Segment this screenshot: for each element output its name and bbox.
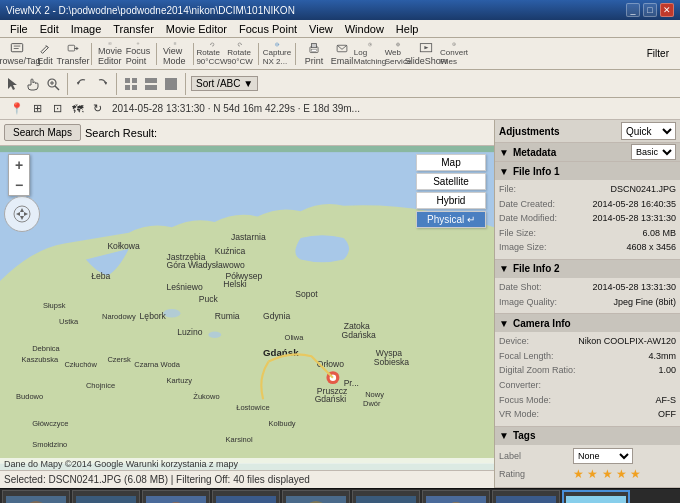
thumb-item-0237[interactable]: DSCN0237.JPG (282, 490, 350, 503)
map-type-hybrid-button[interactable]: Hybrid (416, 192, 486, 209)
camera-info-header[interactable]: ▼ Camera Info (495, 314, 680, 332)
metadata-section: ▼ Metadata Basic All (495, 143, 680, 162)
menu-edit[interactable]: Edit (34, 20, 65, 37)
svg-text:Luzino: Luzino (177, 327, 203, 337)
tool-pointer[interactable] (4, 75, 22, 93)
focus-point-button[interactable]: Focus Point (125, 41, 151, 67)
convert-files-button[interactable]: Convert Files (441, 41, 467, 67)
email-button[interactable]: Email (329, 41, 355, 67)
thumb-item-0240[interactable]: DSCN0240.JPG (492, 490, 560, 503)
right-panel-scroll[interactable]: ▼ Metadata Basic All ▼ File Info 1 (495, 143, 680, 488)
log-matching-button[interactable]: Log Matching (357, 41, 383, 67)
menu-transfer[interactable]: Transfer (107, 20, 160, 37)
map-pin-icon[interactable]: 📍 (8, 100, 26, 118)
svg-text:Kaszubska: Kaszubska (21, 355, 59, 364)
refresh-icon[interactable]: ↻ (88, 100, 106, 118)
edit-button[interactable]: Edit (32, 41, 58, 67)
sort-label[interactable]: Sort /ABC ▼ (191, 76, 258, 91)
svg-text:Góra: Góra (166, 260, 185, 270)
print-button[interactable]: Print (301, 41, 327, 67)
device-row: Device: Nikon COOLPIX-AW120 (499, 335, 676, 348)
close-button[interactable]: ✕ (660, 3, 674, 17)
capture-nx2-button[interactable]: NX Capture NX 2... (264, 41, 290, 67)
menu-view[interactable]: View (303, 20, 339, 37)
device-label: Device: (499, 335, 569, 348)
search-maps-button[interactable]: Search Maps (4, 124, 81, 141)
tool-hand[interactable] (24, 75, 42, 93)
svg-rect-41 (145, 85, 157, 90)
zoom-in-button[interactable]: + (9, 155, 29, 175)
filter-button[interactable]: Filter (640, 41, 676, 67)
svg-marker-94 (20, 208, 24, 212)
tool-rotate-left[interactable] (73, 75, 91, 93)
view-mode-button[interactable]: View Mode (162, 41, 188, 67)
svg-text:Kolbudy: Kolbudy (268, 419, 295, 428)
file-size-row: File Size: 6.08 MB (499, 227, 676, 240)
adjustments-mode-select[interactable]: Quick Auto Manual (621, 122, 676, 140)
date-modified-row: Date Modified: 2014-05-28 13:31:30 (499, 212, 676, 225)
map-nav-control[interactable] (4, 196, 40, 232)
label-select[interactable]: None Red Yellow Green (573, 448, 633, 464)
thumb-item-0234[interactable]: DSCN0234.JPG (72, 490, 140, 503)
image-quality-value: Jpeg Fine (8bit) (569, 296, 676, 309)
tool-grid-small[interactable] (122, 75, 140, 93)
metadata-mode-select[interactable]: Basic All (631, 144, 676, 160)
thumb-item-0241[interactable]: DSCN0241.JPG (562, 490, 630, 503)
map-container[interactable]: Jastrzębia Góra Łeba Kołkowa Leśniewo Wł… (0, 146, 494, 470)
focal-length-value: 4.3mm (569, 350, 676, 363)
slideshow-button[interactable]: SlideShow (413, 41, 439, 67)
thumb-item-0235[interactable]: DSCN0235.JPG (142, 490, 210, 503)
separator1 (91, 43, 92, 65)
converter-label: Converter: (499, 379, 569, 392)
thumb-item-0236[interactable]: DSCN0236.JPG (212, 490, 280, 503)
svg-marker-96 (16, 212, 20, 216)
zoom-out-button[interactable]: − (9, 175, 29, 195)
tool-grid-large[interactable] (142, 75, 160, 93)
transfer-button[interactable]: Transfer (60, 41, 86, 67)
camera-info-content: Device: Nikon COOLPIX-AW120 Focal Length… (495, 332, 680, 426)
rotate-cw-button[interactable]: Rotate 90°CW (227, 41, 253, 67)
menu-window[interactable]: Window (339, 20, 390, 37)
rotate-ccw-button[interactable]: Rotate 90°CCW (199, 41, 225, 67)
rating-stars[interactable]: ★ ★ ★ ★ ★ (573, 467, 641, 481)
file-info-1-header[interactable]: ▼ File Info 1 (495, 162, 680, 180)
file-info-2-header[interactable]: ▼ File Info 2 (495, 260, 680, 278)
map-view-icon[interactable]: 🗺 (68, 100, 86, 118)
tool-single-view[interactable] (162, 75, 180, 93)
minimize-button[interactable]: _ (626, 3, 640, 17)
menu-movie-editor[interactable]: Movie Editor (160, 20, 233, 37)
svg-rect-103 (146, 496, 206, 503)
movie-editor-button[interactable]: Movie Editor (97, 41, 123, 67)
tool-rotate-right[interactable] (93, 75, 111, 93)
map-type-physical-button[interactable]: Physical ↵ (416, 211, 486, 228)
thumb-item-0238[interactable]: DSCN0238.JPG (352, 490, 420, 503)
svg-text:Człuchów: Człuchów (64, 360, 97, 369)
svg-rect-111 (426, 496, 486, 503)
thumb-item-0233[interactable]: 🍾 N0233.JPG (2, 490, 70, 503)
tool-zoom[interactable] (44, 75, 62, 93)
menu-focus-point[interactable]: Focus Point (233, 20, 303, 37)
svg-text:Smołdzino: Smołdzino (32, 440, 67, 449)
svg-text:Orłowo: Orłowo (317, 359, 344, 369)
expand-icon[interactable]: ⊡ (48, 100, 66, 118)
svg-marker-29 (8, 78, 17, 90)
menu-file[interactable]: File (4, 20, 34, 37)
metadata-label: Metadata (513, 147, 556, 158)
separator2 (156, 43, 157, 65)
map-toolbar: Search Maps Search Result: (0, 120, 494, 146)
file-info-1-content: File: DSCN0241.JPG Date Created: 2014-05… (495, 180, 680, 259)
map-type-satellite-button[interactable]: Satellite (416, 173, 486, 190)
maximize-button[interactable]: □ (643, 3, 657, 17)
focus-mode-row: Focus Mode: AF-S (499, 394, 676, 407)
svg-text:NX: NX (276, 43, 280, 46)
browse-tag-button[interactable]: Browse/Tag (4, 41, 30, 67)
thumb-item-0239[interactable]: DSCN0239.JPG (422, 490, 490, 503)
menu-image[interactable]: Image (65, 20, 108, 37)
left-panel: Search Maps Search Result: Jastrzębia (0, 120, 495, 488)
zoom-fit-icon[interactable]: ⊞ (28, 100, 46, 118)
date-created-value: 2014-05-28 16:40:35 (569, 198, 676, 211)
map-type-map-button[interactable]: Map (416, 154, 486, 171)
metadata-header[interactable]: ▼ Metadata Basic All (495, 143, 680, 161)
tags-header[interactable]: ▼ Tags (495, 427, 680, 445)
menu-help[interactable]: Help (390, 20, 425, 37)
